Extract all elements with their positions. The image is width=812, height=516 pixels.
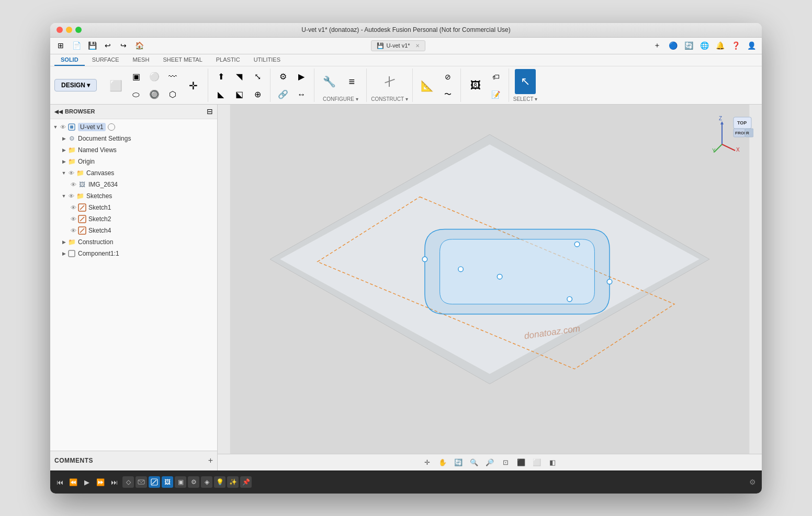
display-settings-icon[interactable]: ⬛ <box>515 456 527 468</box>
skip-start-button[interactable]: ⏮ <box>54 477 65 487</box>
eye-icon-sketch1[interactable]: 👁 <box>69 204 77 211</box>
tl-joint-icon[interactable]: ⚙ <box>188 476 199 488</box>
new-component-icon[interactable]: ⬜ <box>105 73 126 98</box>
grid-display-icon[interactable]: ⬜ <box>531 456 543 468</box>
transform-gizmo-icon[interactable]: ✛ <box>421 456 433 468</box>
combine-icon[interactable]: ⊕ <box>249 86 266 103</box>
undo-button[interactable]: ↩ <box>102 39 114 52</box>
tab-utilities[interactable]: UTILITIES <box>247 54 287 66</box>
tl-keyframe-icon[interactable]: ◇ <box>122 476 134 488</box>
tl-render-icon[interactable]: 💡 <box>214 476 225 488</box>
cylinder-icon[interactable]: ⬭ <box>128 86 144 103</box>
eye-icon-sketches[interactable]: 👁 <box>67 193 75 199</box>
pipe-icon[interactable]: ⬡ <box>164 86 181 103</box>
tree-item-construction[interactable]: ▶ 📁 Construction <box>50 236 217 248</box>
tab-solid[interactable]: SOLID <box>54 54 85 66</box>
torus-icon[interactable]: 🔘 <box>146 86 163 103</box>
measure-icon[interactable]: 📐 <box>417 73 438 98</box>
tl-fx-icon[interactable]: ✨ <box>227 476 239 488</box>
tree-arrow-origin[interactable]: ▶ <box>61 159 67 164</box>
fit-view-icon[interactable]: ⊡ <box>499 456 512 468</box>
configure-icon[interactable]: 🔧 <box>319 69 340 94</box>
box-icon[interactable]: ▣ <box>128 68 144 85</box>
viewport-canvas[interactable]: donatoaz.com Z Y X <box>218 105 762 454</box>
tree-item-root[interactable]: ▼ 👁 U-vet v1 <box>50 121 217 133</box>
tree-item-img[interactable]: 👁 🖼 IMG_2634 <box>50 179 217 190</box>
rigid-group-icon[interactable]: 🔗 <box>275 86 291 103</box>
select-main-icon[interactable]: ↖ <box>515 69 536 94</box>
tab-mesh[interactable]: MESH <box>127 54 156 66</box>
eye-icon-sketch2[interactable]: 👁 <box>69 216 77 222</box>
tl-sketch-icon[interactable] <box>149 476 160 488</box>
eye-icon-canvases[interactable]: 👁 <box>67 170 75 176</box>
file-menu-button[interactable]: 📄 <box>70 39 83 52</box>
parameters-icon[interactable]: ≡ <box>341 69 362 94</box>
zoom-out-icon[interactable]: 🔎 <box>483 456 496 468</box>
pan-icon[interactable]: ✋ <box>436 456 449 468</box>
user-avatar[interactable]: 👤 <box>745 39 758 52</box>
tree-item-canvases[interactable]: ▼ 👁 📁 Canvases <box>50 167 217 179</box>
document-tab[interactable]: 💾 U-vet v1* ✕ <box>371 40 425 51</box>
tree-item-component1[interactable]: ▶ Component1:1 <box>50 248 217 259</box>
tree-arrow-sketches[interactable]: ▼ <box>61 193 67 199</box>
tree-arrow-doc[interactable]: ▶ <box>61 136 67 141</box>
home-button[interactable]: 🏠 <box>133 39 145 52</box>
push-pull-icon[interactable]: ⬆ <box>212 68 229 85</box>
eye-icon-sketch4[interactable]: 👁 <box>69 227 77 234</box>
network-icon[interactable]: 🌐 <box>698 39 710 52</box>
fillet-icon[interactable]: ◣ <box>212 86 229 103</box>
tl-envelope-icon[interactable] <box>136 476 147 488</box>
tree-arrow-comp1[interactable]: ▶ <box>61 251 67 256</box>
tree-arrow-named[interactable]: ▶ <box>61 147 67 153</box>
tree-item-sketches[interactable]: ▼ 👁 📁 Sketches <box>50 190 217 202</box>
tree-item-doc-settings[interactable]: ▶ ⚙ Document Settings <box>50 133 217 144</box>
fullscreen-button[interactable] <box>75 27 82 33</box>
redo-button[interactable]: ↪ <box>117 39 130 52</box>
online-icon[interactable]: 🔵 <box>667 39 679 52</box>
eye-icon-img[interactable]: 👁 <box>69 181 77 188</box>
joint-icon[interactable]: ⚙ <box>275 68 291 85</box>
construct-main-icon[interactable] <box>379 69 400 94</box>
insert-mesh-icon[interactable]: 🖼 <box>465 73 486 98</box>
browser-menu-icon[interactable]: ⊟ <box>207 107 213 116</box>
tree-item-sketch4[interactable]: 👁 Sketch4 <box>50 225 217 236</box>
tree-item-named-views[interactable]: ▶ 📁 Named Views <box>50 144 217 156</box>
tree-item-origin[interactable]: ▶ 📁 Origin <box>50 156 217 167</box>
tab-sheet-metal[interactable]: SHEET METAL <box>156 54 208 66</box>
notification-icon[interactable]: 🔔 <box>714 39 726 52</box>
sync-icon[interactable]: 🔄 <box>682 39 695 52</box>
play-button[interactable]: ▶ <box>82 477 92 487</box>
eye-icon-root[interactable]: 👁 <box>59 124 67 130</box>
close-button[interactable] <box>57 27 63 33</box>
grid-icon[interactable]: ⊞ <box>54 39 67 52</box>
design-mode-button[interactable]: DESIGN ▾ <box>54 79 97 91</box>
orbit-icon[interactable]: 🔄 <box>452 456 465 468</box>
interference-icon[interactable]: ⊘ <box>439 68 456 85</box>
tree-item-sketch1[interactable]: 👁 Sketch1 <box>50 202 217 213</box>
save-button[interactable]: 💾 <box>86 39 98 52</box>
scale-icon[interactable]: ⤡ <box>249 68 266 85</box>
next-frame-button[interactable]: ⏩ <box>95 477 106 487</box>
tl-appearance-icon[interactable]: ◈ <box>201 476 212 488</box>
add-tab-button[interactable]: ＋ <box>651 39 663 52</box>
tl-canvas-icon[interactable]: 🖼 <box>162 476 173 488</box>
tree-arrow-canvases[interactable]: ▼ <box>61 170 67 176</box>
browser-collapse-icon[interactable]: ◀◀ <box>54 109 63 114</box>
nav-cube[interactable]: Z Y X TOP FRONT <box>712 113 753 155</box>
shell-icon[interactable]: ⬕ <box>231 86 247 103</box>
tl-pin-icon[interactable]: 📌 <box>240 476 252 488</box>
motion-link-icon[interactable]: ↔ <box>293 86 310 103</box>
tl-model-icon[interactable]: ▣ <box>175 476 186 488</box>
sphere-icon[interactable]: ⚪ <box>146 68 163 85</box>
tree-arrow-root[interactable]: ▼ <box>52 124 59 130</box>
zoom-in-icon[interactable]: 🔍 <box>468 456 480 468</box>
chamfer-icon[interactable]: ◥ <box>231 68 247 85</box>
tree-radio-root[interactable] <box>108 123 115 131</box>
svg-icon[interactable]: 📝 <box>488 86 504 103</box>
help-icon[interactable]: ❓ <box>729 39 742 52</box>
drive-joints-icon[interactable]: ▶ <box>293 68 310 85</box>
transform-icon[interactable]: ✛ <box>183 73 204 98</box>
decal-icon[interactable]: 🏷 <box>488 68 504 85</box>
minimize-button[interactable] <box>66 27 72 33</box>
coil-icon[interactable]: 〰 <box>164 68 181 85</box>
